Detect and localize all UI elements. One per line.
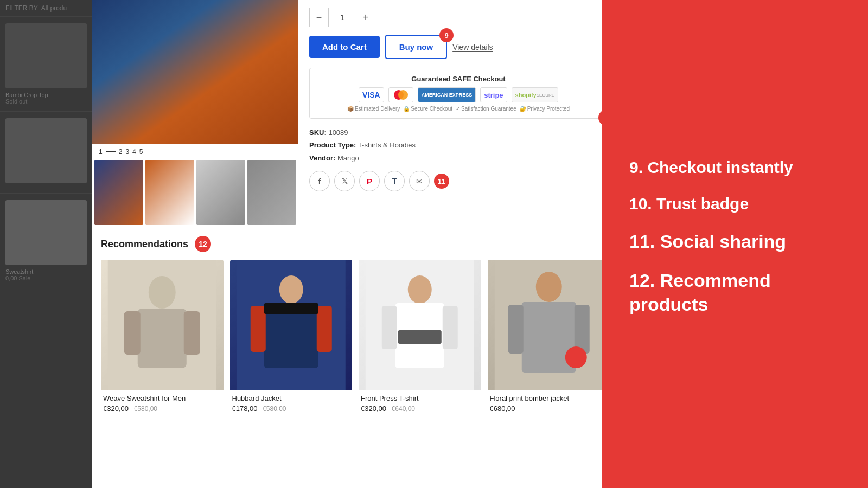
svg-rect-22 (508, 305, 523, 354)
rec-product-name-2: Hubbard Jacket (232, 394, 350, 402)
page-4: 4 (132, 148, 136, 156)
thumbnail-4[interactable] (247, 160, 296, 225)
product-grid: Weave Sweatshirt for Men €320,00 €580,00 (101, 260, 610, 417)
svg-rect-10 (250, 306, 265, 352)
thumbnail-2[interactable] (145, 160, 194, 225)
svg-rect-5 (124, 311, 141, 355)
type-value-text: T-shirts & Hoodies (358, 141, 416, 149)
modal-overlay: 1 2 3 4 5 (0, 0, 602, 488)
twitter-share-button[interactable]: 𝕏 (334, 171, 355, 191)
price-original-1: €580,00 (134, 405, 157, 413)
rec-product-card-4[interactable]: Floral print bomber jacket €680,00 (488, 260, 610, 417)
view-details-button[interactable]: View details (452, 43, 493, 52)
rec-product-image-1 (101, 260, 224, 390)
add-to-cart-button[interactable]: Add to Cart (309, 36, 380, 58)
feature-item-10: 10. Trust badge (629, 193, 841, 214)
price-original-3: €640,00 (392, 405, 415, 413)
email-share-button[interactable]: ✉ (409, 171, 430, 191)
price-current-4: €680,00 (490, 404, 515, 413)
rec-product-price-3: €320,00 €640,00 (361, 404, 479, 413)
facebook-share-button[interactable]: f (309, 171, 330, 191)
feature-number-11: 11. (629, 231, 655, 252)
image-pagination: 1 2 3 4 5 (92, 144, 298, 160)
visa-icon: VISA (359, 87, 384, 102)
rec-product-card-1[interactable]: Weave Sweatshirt for Men €320,00 €580,00 (101, 260, 224, 417)
svg-rect-23 (574, 305, 589, 354)
feature-label-9: Checkout instantly (647, 158, 793, 176)
quantity-increase-button[interactable]: + (356, 8, 375, 27)
type-label: Product Type: (309, 141, 356, 149)
trust-icons: 📦 Estimated Delivery 🔒 Secure Checkout ✓… (318, 106, 598, 112)
pinterest-share-button[interactable]: P (359, 171, 380, 191)
vendor-row: Vendor: Mango (309, 152, 608, 164)
satisfaction-text: Satisfaction Guarantee (461, 106, 516, 112)
price-current-2: €178,00 (232, 404, 258, 413)
rec-product-image-4 (488, 260, 610, 390)
thumbnail-3[interactable] (196, 160, 245, 225)
rec-product-price-4: €680,00 (490, 404, 608, 413)
product-section: 1 2 3 4 5 (92, 0, 618, 229)
feature-label-10: Trust badge (656, 195, 749, 213)
feature-title-11: 11. Social sharing (629, 229, 841, 253)
privacy-icon-symbol: 🔐 (520, 106, 526, 112)
svg-point-1 (398, 90, 408, 100)
feature-number-12: 12. (629, 270, 655, 291)
product-details: − + Add to Cart Buy now 9 View details (298, 0, 618, 229)
rec-product-name-3: Front Press T-shirt (361, 394, 479, 402)
thumbnail-row (92, 160, 298, 229)
feature-item-11: 11. Social sharing (629, 229, 841, 253)
feature-number-9: 9. (629, 158, 643, 176)
rec-product-image-2 (230, 260, 353, 390)
rec-product-image-3 (359, 260, 481, 390)
delivery-icon: 📦 Estimated Delivery (347, 106, 400, 112)
tumblr-share-button[interactable]: T (384, 171, 405, 191)
feature-item-12: 12. Recommend products (629, 268, 841, 316)
right-panel: 9. Checkout instantly 10. Trust badge 11… (602, 0, 868, 488)
rec-product-info-2: Hubbard Jacket €178,00 €580,00 (230, 390, 353, 417)
feature-item-9: 9. Checkout instantly (629, 157, 841, 178)
payment-icons: VISA AMERICAN EXPRESS stripe shopifySECU… (318, 87, 598, 102)
svg-rect-4 (138, 309, 187, 368)
product-images: 1 2 3 4 5 (92, 0, 298, 229)
twitter-icon: 𝕏 (342, 177, 348, 185)
page-dot (106, 151, 116, 152)
svg-point-3 (149, 276, 176, 309)
feature-number-10: 10. (629, 195, 652, 213)
satisfaction-icon: ✓ Satisfaction Guarantee (456, 106, 516, 112)
rec-product-name-4: Floral print bomber jacket (490, 394, 608, 402)
page-current: 1 (99, 148, 103, 156)
quantity-row: − + (309, 8, 608, 27)
social-sharing: f 𝕏 P T ✉ 11 (309, 171, 608, 191)
badge-11: 11 (434, 174, 449, 189)
delivery-icon-symbol: 📦 (347, 106, 354, 112)
quantity-input[interactable] (329, 8, 356, 27)
svg-rect-12 (264, 303, 318, 314)
facebook-icon: f (318, 177, 321, 186)
badge-12: 12 (195, 236, 211, 252)
type-row: Product Type: T-shirts & Hoodies (309, 139, 608, 151)
svg-point-20 (535, 272, 561, 302)
svg-rect-6 (184, 311, 200, 355)
svg-point-8 (279, 275, 303, 304)
shopify-icon: shopifySECURE (512, 87, 558, 102)
background-left: FILTER BY All produ Bambi Crop Top Sold … (0, 0, 602, 488)
rec-product-price-2: €178,00 €580,00 (232, 404, 350, 413)
rec-product-card-2[interactable]: Hubbard Jacket €178,00 €580,00 (230, 260, 353, 417)
checkout-section: Guaranteed SAFE Checkout VISA AMERICAN E… (309, 68, 608, 119)
svg-rect-18 (398, 330, 442, 344)
sku-label: SKU: (309, 129, 327, 137)
quantity-decrease-button[interactable]: − (309, 8, 329, 27)
page-5: 5 (139, 148, 143, 156)
rec-product-price-1: €320,00 €580,00 (103, 404, 221, 413)
badge-9: 9 (439, 28, 454, 42)
secure-text: Secure Checkout (411, 106, 452, 112)
buy-now-button[interactable]: Buy now (385, 35, 448, 59)
sku-row: SKU: 10089 (309, 126, 608, 139)
rec-product-card-3[interactable]: Front Press T-shirt €320,00 €640,00 (359, 260, 481, 417)
vendor-label: Vendor: (309, 154, 335, 162)
privacy-text: Privacy Protected (527, 106, 570, 112)
thumbnail-1[interactable] (94, 160, 143, 225)
feature-title-9: 9. Checkout instantly (629, 157, 841, 178)
delivery-text: Estimated Delivery (355, 106, 400, 112)
rec-product-info-4: Floral print bomber jacket €680,00 (488, 390, 610, 417)
